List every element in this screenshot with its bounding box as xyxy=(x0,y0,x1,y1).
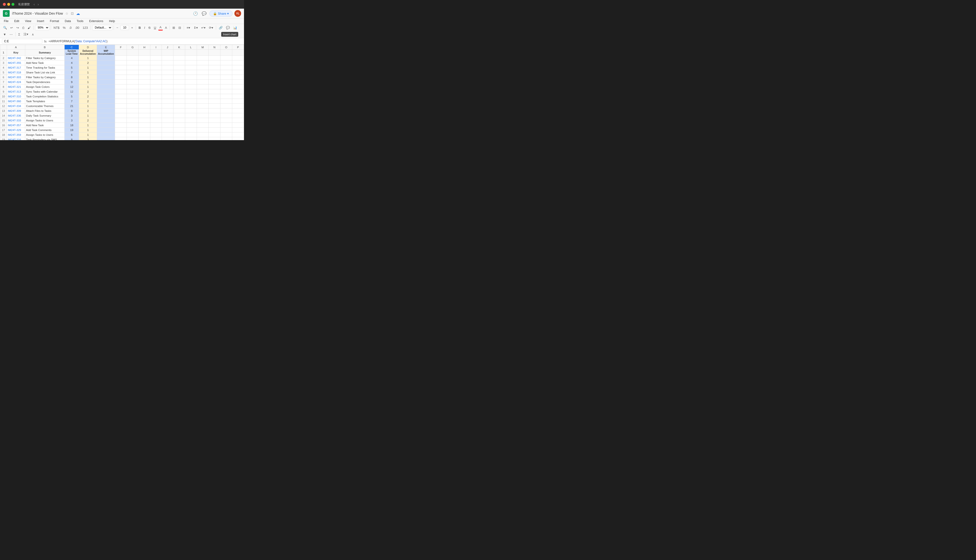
cell-17-m[interactable] xyxy=(197,128,209,132)
cell-5-m[interactable] xyxy=(197,70,209,75)
cell-14-i[interactable] xyxy=(150,113,162,118)
cell-7-b[interactable]: Task Dependencies xyxy=(25,80,65,85)
cell-1-e[interactable]: WIP Accumulation xyxy=(97,50,115,56)
cell-9-i[interactable] xyxy=(150,89,162,94)
cell-19-g[interactable] xyxy=(127,137,138,140)
cell-7-e[interactable] xyxy=(97,80,115,85)
cell-6-o[interactable] xyxy=(220,75,232,80)
cell-7-d[interactable]: 1 xyxy=(79,80,97,85)
cell-4-n[interactable] xyxy=(209,65,220,70)
cell-19-j[interactable] xyxy=(162,137,173,140)
cell-9-l[interactable] xyxy=(185,89,197,94)
cell-18-a[interactable]: IM24T-359 xyxy=(7,132,25,137)
cell-2-l[interactable] xyxy=(185,56,197,60)
cell-14-n[interactable] xyxy=(209,113,220,118)
cell-18-n[interactable] xyxy=(209,132,220,137)
col-header-g[interactable]: G xyxy=(127,45,138,50)
col-header-m[interactable]: M xyxy=(197,45,209,50)
highlight-button[interactable]: A xyxy=(164,25,168,30)
cell-3-i[interactable] xyxy=(150,60,162,65)
cell-18-d[interactable]: 1 xyxy=(79,132,97,137)
merge-button[interactable]: ⊟ xyxy=(177,25,182,30)
col-header-d[interactable]: D xyxy=(79,45,97,50)
cell-14-e[interactable] xyxy=(97,113,115,118)
bold-button[interactable]: B xyxy=(137,25,142,30)
cell-2-f[interactable] xyxy=(115,56,127,60)
insert-chart-button[interactable]: 📊 xyxy=(232,25,238,30)
cell-3-d[interactable]: 2 xyxy=(79,60,97,65)
cell-14-k[interactable] xyxy=(174,113,185,118)
cell-2-o[interactable] xyxy=(220,56,232,60)
cell-5-e[interactable] xyxy=(97,70,115,75)
cell-10-b[interactable]: Task Completion Statistics xyxy=(25,94,65,99)
align-v-button[interactable]: ⇕▾ xyxy=(192,25,199,30)
cell-11-a[interactable]: IM24T-360 xyxy=(7,99,25,103)
cell-12-i[interactable] xyxy=(150,103,162,108)
back-button[interactable]: ‹ xyxy=(33,2,36,7)
cell-11-l[interactable] xyxy=(185,99,197,103)
align-h-button[interactable]: ≡▾ xyxy=(186,25,191,30)
cell-9-c[interactable]: 12 xyxy=(65,89,79,94)
cell-3-a[interactable]: IM24T-355 xyxy=(7,60,25,65)
cell-12-k[interactable] xyxy=(174,103,185,108)
cell-11-o[interactable] xyxy=(220,99,232,103)
cell-4-k[interactable] xyxy=(174,65,185,70)
cell-1-j[interactable] xyxy=(162,50,173,56)
col-header-o[interactable]: O xyxy=(220,45,232,50)
cell-13-f[interactable] xyxy=(115,108,127,113)
cell-19-h[interactable] xyxy=(139,137,150,140)
cell-19-o[interactable] xyxy=(220,137,232,140)
cell-9-m[interactable] xyxy=(197,89,209,94)
cell-11-g[interactable] xyxy=(127,99,138,103)
cell-3-j[interactable] xyxy=(162,60,173,65)
cell-6-g[interactable] xyxy=(127,75,138,80)
decimal-inc-button[interactable]: .00 xyxy=(74,25,80,30)
cell-19-i[interactable] xyxy=(150,137,162,140)
cell-16-n[interactable] xyxy=(209,123,220,128)
rotate-button[interactable]: ⟳▾ xyxy=(208,25,214,30)
cell-5-d[interactable]: 1 xyxy=(79,70,97,75)
cell-18-h[interactable] xyxy=(139,132,150,137)
cell-17-b[interactable]: Add Task Comments xyxy=(25,128,65,132)
cell-9-k[interactable] xyxy=(174,89,185,94)
menu-extensions[interactable]: Extensions xyxy=(88,19,104,23)
cell-7-j[interactable] xyxy=(162,80,173,85)
cell-6-p[interactable] xyxy=(232,75,244,80)
key-link-IM24T-316[interactable]: IM24T-316 xyxy=(8,138,21,140)
cell-14-o[interactable] xyxy=(220,113,232,118)
cell-2-c[interactable]: 4 xyxy=(65,56,79,60)
cell-3-g[interactable] xyxy=(127,60,138,65)
key-link-IM24T-329[interactable]: IM24T-329 xyxy=(8,128,21,132)
cell-14-b[interactable]: Daily Task Summary xyxy=(25,113,65,118)
cell-19-k[interactable] xyxy=(174,137,185,140)
cell-13-o[interactable] xyxy=(220,108,232,113)
cell-16-p[interactable] xyxy=(232,123,244,128)
cell-1-f[interactable] xyxy=(115,50,127,56)
cell-12-j[interactable] xyxy=(162,103,173,108)
cell-7-l[interactable] xyxy=(185,80,197,85)
cell-5-p[interactable] xyxy=(232,70,244,75)
cell-8-g[interactable] xyxy=(127,85,138,89)
cell-8-m[interactable] xyxy=(197,85,209,89)
filter-button[interactable]: ▼ xyxy=(2,32,7,37)
cell-1-g[interactable] xyxy=(127,50,138,56)
cell-12-c[interactable]: 21 xyxy=(65,103,79,108)
cell-14-j[interactable] xyxy=(162,113,173,118)
borders-button[interactable]: ⊞ xyxy=(171,25,176,30)
cell-19-b[interactable]: Task Reminders via SMS xyxy=(25,137,65,140)
key-link-IM24T-309[interactable]: IM24T-309 xyxy=(8,109,21,112)
cell-16-g[interactable] xyxy=(127,123,138,128)
currency-button[interactable]: NT$ xyxy=(52,25,61,30)
col-header-b[interactable]: B xyxy=(25,45,65,50)
cell-6-h[interactable] xyxy=(139,75,150,80)
cell-19-c[interactable]: 8 xyxy=(65,137,79,140)
cell-9-d[interactable]: 2 xyxy=(79,89,97,94)
cell-12-e[interactable] xyxy=(97,103,115,108)
print-button[interactable]: ⎙ xyxy=(21,25,25,30)
sum-button[interactable]: Σ xyxy=(17,32,22,37)
cell-8-b[interactable]: Assign Task Colors xyxy=(25,85,65,89)
cell-7-p[interactable] xyxy=(232,80,244,85)
key-link-IM24T-359[interactable]: IM24T-359 xyxy=(8,133,21,136)
cell-13-e[interactable] xyxy=(97,108,115,113)
cell-10-p[interactable] xyxy=(232,94,244,99)
